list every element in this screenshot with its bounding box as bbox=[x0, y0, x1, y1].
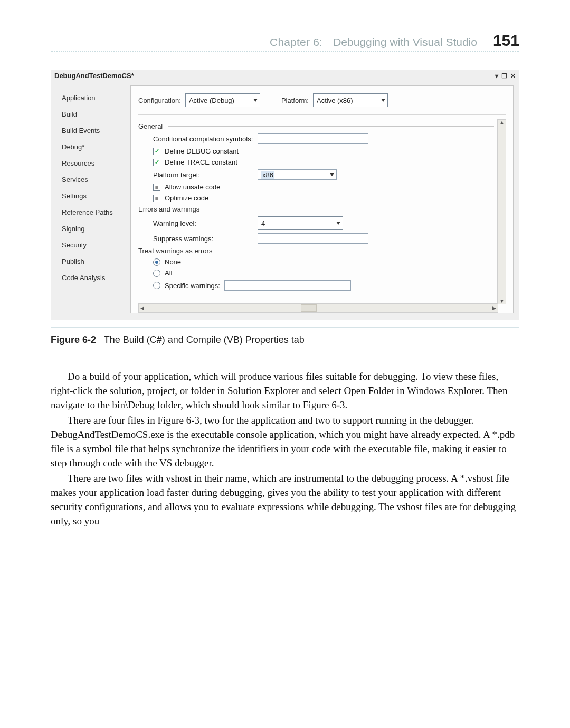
allow-unsafe-label: Allow unsafe code bbox=[165, 183, 221, 191]
tab-build-events[interactable]: Build Events bbox=[56, 122, 130, 139]
page-number: 151 bbox=[488, 32, 519, 50]
platform-value: Active (x86) bbox=[317, 97, 353, 104]
treat-specific-input[interactable] bbox=[224, 280, 351, 291]
treat-all-radio[interactable] bbox=[153, 270, 160, 277]
paragraph: There are two files with vshost in their… bbox=[51, 472, 519, 529]
define-debug-label: Define DEBUG constant bbox=[165, 147, 239, 155]
suppress-warnings-input[interactable] bbox=[258, 233, 368, 244]
optimize-code-checkbox[interactable]: ■ bbox=[153, 195, 160, 202]
define-trace-checkbox[interactable]: ✓ bbox=[153, 159, 160, 166]
platform-combo[interactable]: Active (x86) bbox=[313, 93, 388, 107]
configuration-label: Configuration: bbox=[138, 97, 181, 104]
warning-level-combo[interactable]: 4 bbox=[258, 216, 343, 230]
group-general-title: General bbox=[138, 122, 163, 130]
chevron-down-icon bbox=[381, 99, 385, 102]
window-title: DebugAndTestDemoCS* bbox=[54, 72, 134, 80]
chevron-down-icon bbox=[336, 222, 340, 225]
treat-specific-label: Specific warnings: bbox=[165, 282, 220, 290]
tab-publish[interactable]: Publish bbox=[56, 253, 130, 270]
tab-reference-paths[interactable]: Reference Paths bbox=[56, 204, 130, 221]
platform-label: Platform: bbox=[281, 97, 309, 104]
window-titlebar: DebugAndTestDemoCS* ▾ ☐ ✕ bbox=[51, 70, 519, 81]
optimize-code-label: Optimize code bbox=[165, 194, 208, 202]
define-debug-checkbox[interactable]: ✓ bbox=[153, 148, 160, 155]
tab-code-analysis[interactable]: Code Analysis bbox=[56, 270, 130, 286]
platform-target-label: Platform target: bbox=[153, 171, 253, 179]
running-head: Chapter 6: Debugging with Visual Studio … bbox=[51, 32, 519, 52]
tab-services[interactable]: Services bbox=[56, 171, 130, 188]
group-errors: Errors and warnings Warning level: 4 bbox=[138, 205, 494, 244]
dropdown-icon[interactable]: ▾ bbox=[495, 73, 498, 79]
define-trace-label: Define TRACE constant bbox=[165, 158, 238, 166]
build-settings-content: General Conditional compilation symbols: bbox=[138, 122, 506, 304]
divider bbox=[168, 126, 494, 127]
close-icon[interactable]: ✕ bbox=[510, 73, 516, 79]
figure-caption: Figure 6-2 The Build (C#) and Compile (V… bbox=[51, 334, 519, 346]
group-general: General Conditional compilation symbols: bbox=[138, 122, 494, 202]
divider bbox=[205, 209, 494, 209]
divider bbox=[217, 251, 494, 251]
group-errors-title: Errors and warnings bbox=[138, 205, 200, 213]
vs-properties-window: DebugAndTestDemoCS* ▾ ☐ ✕ Application Bu… bbox=[51, 70, 519, 320]
figure-label: Figure 6-2 bbox=[51, 334, 96, 345]
window-chrome: ▾ ☐ ✕ bbox=[495, 73, 516, 79]
treat-specific-radio[interactable] bbox=[153, 282, 160, 289]
scroll-grip-icon[interactable]: ⋮ bbox=[499, 209, 505, 214]
tab-application[interactable]: Application bbox=[56, 90, 130, 106]
tab-settings[interactable]: Settings bbox=[56, 188, 130, 204]
platform-target-combo[interactable]: x86 bbox=[258, 169, 337, 180]
scroll-down-icon[interactable]: ▼ bbox=[500, 299, 505, 304]
configuration-value: Active (Debug) bbox=[189, 97, 234, 104]
scroll-right-icon[interactable]: ▶ bbox=[491, 305, 498, 311]
vertical-scrollbar[interactable]: ▲ ⋮ ▼ bbox=[497, 119, 506, 304]
figure-6-2: DebugAndTestDemoCS* ▾ ☐ ✕ Application Bu… bbox=[51, 70, 519, 328]
horizontal-scrollbar[interactable]: ◀ ▶ bbox=[138, 303, 498, 313]
tab-build[interactable]: Build bbox=[56, 106, 130, 122]
cond-symbols-label: Conditional compilation symbols: bbox=[153, 135, 253, 143]
body-text: Do a build of your application, which wi… bbox=[51, 370, 519, 529]
warning-level-value: 4 bbox=[261, 219, 265, 227]
cond-symbols-input[interactable] bbox=[258, 133, 368, 144]
maximize-icon[interactable]: ☐ bbox=[501, 73, 507, 79]
paragraph: Do a build of your application, which wi… bbox=[51, 370, 519, 413]
scroll-track[interactable] bbox=[146, 304, 491, 312]
tab-resources[interactable]: Resources bbox=[56, 155, 130, 171]
treat-none-radio[interactable] bbox=[153, 258, 160, 266]
chapter-title: Debugging with Visual Studio bbox=[333, 36, 477, 49]
config-row: Configuration: Active (Debug) Platform: … bbox=[138, 91, 506, 115]
group-treat-title: Treat warnings as errors bbox=[138, 247, 212, 255]
properties-tab-list: Application Build Build Events Debug* Re… bbox=[56, 85, 130, 313]
scroll-thumb[interactable] bbox=[301, 304, 317, 312]
build-properties-panel: Configuration: Active (Debug) Platform: … bbox=[130, 85, 514, 313]
treat-all-label: All bbox=[165, 269, 172, 277]
tab-debug[interactable]: Debug* bbox=[56, 139, 130, 155]
tab-signing[interactable]: Signing bbox=[56, 221, 130, 237]
warning-level-label: Warning level: bbox=[153, 219, 253, 227]
group-treat-warnings: Treat warnings as errors None bbox=[138, 247, 494, 291]
suppress-warnings-label: Suppress warnings: bbox=[153, 235, 253, 243]
allow-unsafe-checkbox[interactable]: ■ bbox=[153, 184, 160, 191]
configuration-combo[interactable]: Active (Debug) bbox=[185, 93, 260, 107]
chevron-down-icon bbox=[330, 173, 334, 176]
chapter-label: Chapter 6: bbox=[270, 36, 322, 49]
treat-none-label: None bbox=[165, 258, 181, 266]
platform-target-value: x86 bbox=[261, 171, 274, 179]
tab-security[interactable]: Security bbox=[56, 237, 130, 253]
scroll-left-icon[interactable]: ◀ bbox=[139, 305, 146, 311]
figure-caption-text: The Build (C#) and Compile (VB) Properti… bbox=[104, 334, 305, 345]
chevron-down-icon bbox=[253, 99, 258, 102]
scroll-up-icon[interactable]: ▲ bbox=[500, 120, 505, 125]
paragraph: There are four files in Figure 6-3, two … bbox=[51, 414, 519, 471]
